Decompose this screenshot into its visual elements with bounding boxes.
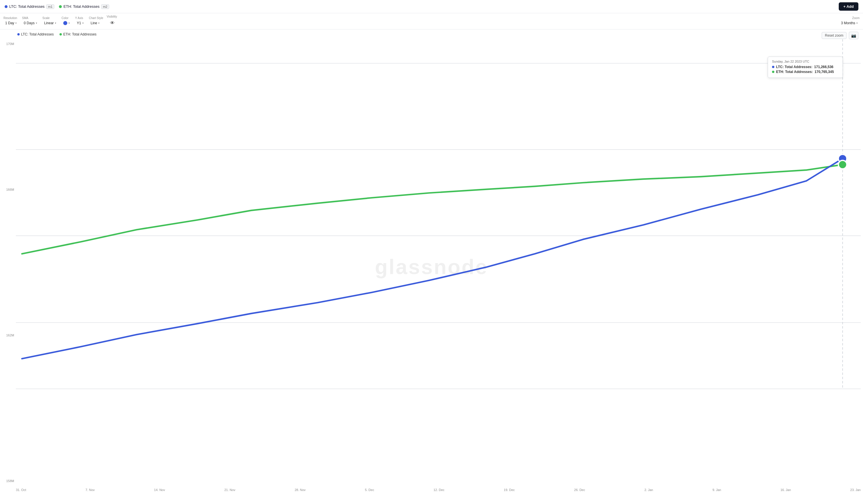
camera-button[interactable]: 📷 <box>849 32 859 39</box>
x-label-4: 28. Nov <box>295 488 305 492</box>
color-label: Color <box>62 16 72 20</box>
eth-label: ETH: Total Addresses <box>64 4 100 9</box>
x-label-8: 26. Dec <box>574 488 585 492</box>
scale-value: Linear <box>44 21 54 25</box>
chartstyle-select[interactable]: Line ▾ <box>89 20 103 26</box>
toolbar: Resolution 1 Day ▾ SMA 0 Days ▾ Scale Li… <box>0 13 863 29</box>
chartstyle-label: Chart Style <box>89 16 103 20</box>
color-dot <box>63 21 67 25</box>
ltc-tag: m1 <box>46 4 54 9</box>
legend-eth-label: ETH: Total Addresses <box>63 32 97 36</box>
chart-legend: LTC: Total Addresses ETH: Total Addresse… <box>0 29 863 39</box>
scale-group: Scale Linear ▾ <box>42 16 58 26</box>
zoom-label: Zoom <box>852 16 860 20</box>
header-metrics: LTC: Total Addresses m1 ETH: Total Addre… <box>4 4 109 9</box>
sma-chevron: ▾ <box>36 22 37 25</box>
chartstyle-value: Line <box>91 21 97 25</box>
y-label-166m: 166M <box>6 188 14 191</box>
chart-actions: Reset zoom 📷 <box>822 32 859 39</box>
yaxis-label: Y Axis <box>75 16 86 20</box>
y-label-158m: 158M <box>6 479 14 483</box>
x-label-7: 19. Dec <box>504 488 515 492</box>
zoom-select[interactable]: 3 Months ▾ <box>839 20 860 26</box>
visibility-label: Visibility <box>107 15 118 18</box>
reset-zoom-button[interactable]: Reset zoom <box>822 32 847 39</box>
x-label-12: 23. Jan <box>850 488 861 492</box>
scale-chevron: ▾ <box>55 22 56 25</box>
zoom-value: 3 Months <box>841 21 855 25</box>
eth-metric-badge[interactable]: ETH: Total Addresses m2 <box>59 4 109 9</box>
scale-select[interactable]: Linear ▾ <box>42 20 58 26</box>
legend-ltc-dot <box>17 33 20 36</box>
color-group: Color ▾ <box>62 16 72 26</box>
resolution-label: Resolution <box>3 16 18 20</box>
x-label-2: 14. Nov <box>154 488 165 492</box>
ltc-metric-badge[interactable]: LTC: Total Addresses m1 <box>4 4 54 9</box>
color-chevron: ▾ <box>68 22 70 25</box>
eth-endpoint-dot <box>838 160 847 169</box>
chartstyle-chevron: ▾ <box>98 22 100 25</box>
legend-eth: ETH: Total Addresses <box>60 32 97 36</box>
x-label-1: 7. Nov <box>86 488 95 492</box>
x-label-9: 2. Jan <box>645 488 653 492</box>
ltc-dot <box>4 5 8 8</box>
chart-container: glassnode 170M 166M 162M 158M <box>0 39 863 494</box>
resolution-value: 1 Day <box>5 21 14 25</box>
sma-label: SMA <box>22 16 39 20</box>
eye-icon: 👁 <box>108 20 116 27</box>
legend-ltc: LTC: Total Addresses <box>17 32 54 36</box>
legend-ltc-label: LTC: Total Addresses <box>21 32 54 36</box>
x-label-0: 31. Oct <box>16 488 26 492</box>
x-label-10: 9. Jan <box>713 488 721 492</box>
resolution-chevron: ▾ <box>15 22 17 25</box>
camera-icon: 📷 <box>851 33 856 38</box>
yaxis-select[interactable]: Y1 ▾ <box>75 20 86 26</box>
sma-value: 0 Days <box>24 21 34 25</box>
eth-dot <box>59 5 62 8</box>
zoom-group: Zoom 3 Months ▾ <box>839 16 860 26</box>
x-label-5: 5. Dec <box>365 488 374 492</box>
y-label-162m: 162M <box>6 334 14 337</box>
color-select[interactable]: ▾ <box>62 20 72 26</box>
x-label-11: 16. Jan <box>780 488 791 492</box>
add-button[interactable]: + Add <box>839 2 859 11</box>
visibility-toggle[interactable]: 👁 <box>107 19 118 27</box>
ltc-line <box>22 159 842 359</box>
chartstyle-group: Chart Style Line ▾ <box>89 16 103 26</box>
eth-tag: m2 <box>101 4 109 9</box>
yaxis-chevron: ▾ <box>82 22 84 25</box>
header-bar: LTC: Total Addresses m1 ETH: Total Addre… <box>0 0 863 13</box>
resolution-group: Resolution 1 Day ▾ <box>3 16 18 26</box>
chart-svg <box>16 39 861 401</box>
sma-group: SMA 0 Days ▾ <box>22 16 39 26</box>
yaxis-value: Y1 <box>77 21 81 25</box>
chart-area: LTC: Total Addresses ETH: Total Addresse… <box>0 29 863 496</box>
resolution-select[interactable]: 1 Day ▾ <box>3 20 18 26</box>
visibility-group: Visibility 👁 <box>107 15 118 27</box>
eth-line <box>22 165 842 254</box>
x-label-6: 12. Dec <box>434 488 445 492</box>
x-axis-labels: 31. Oct 7. Nov 14. Nov 21. Nov 28. Nov 5… <box>16 486 861 494</box>
y-axis-labels: 170M 166M 162M 158M <box>0 39 16 483</box>
y-label-170m: 170M <box>6 42 14 46</box>
legend-eth-dot <box>60 33 62 36</box>
sma-select[interactable]: 0 Days ▾ <box>22 20 39 26</box>
yaxis-group: Y Axis Y1 ▾ <box>75 16 86 26</box>
zoom-chevron: ▾ <box>856 22 858 25</box>
scale-label: Scale <box>42 16 58 20</box>
x-label-3: 21. Nov <box>224 488 235 492</box>
ltc-label: LTC: Total Addresses <box>9 4 45 9</box>
